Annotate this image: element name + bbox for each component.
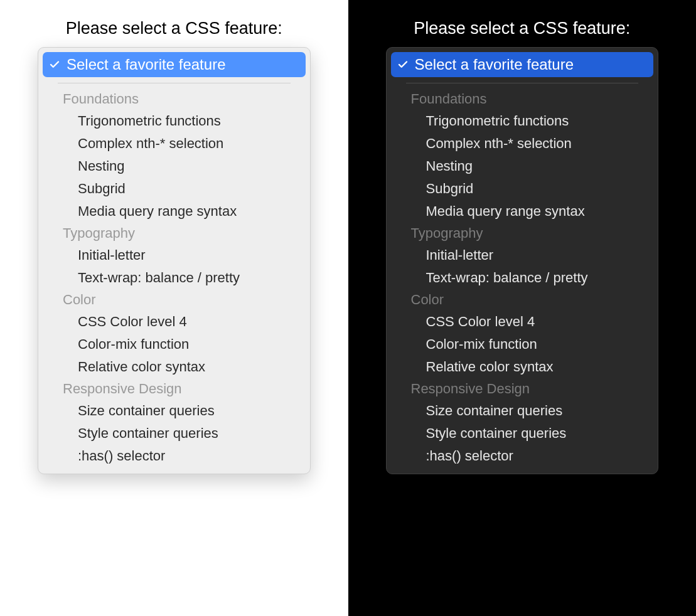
option-has-selector[interactable]: :has() selector (391, 445, 654, 467)
option-style-container-queries[interactable]: Style container queries (391, 422, 654, 445)
optgroup-foundations: Foundations (391, 88, 654, 110)
selected-option-row[interactable]: Select a favorite feature (43, 52, 306, 77)
option-nesting[interactable]: Nesting (391, 155, 654, 178)
option-css-color-level-4[interactable]: CSS Color level 4 (391, 311, 654, 333)
option-has-selector[interactable]: :has() selector (43, 445, 306, 467)
option-complex-nth-selection[interactable]: Complex nth-* selection (43, 132, 306, 155)
option-relative-color-syntax[interactable]: Relative color syntax (43, 356, 306, 378)
option-color-mix-function[interactable]: Color-mix function (43, 333, 306, 356)
divider (406, 83, 639, 83)
option-media-query-range-syntax[interactable]: Media query range syntax (43, 200, 306, 223)
option-initial-letter[interactable]: Initial-letter (43, 244, 306, 267)
option-color-mix-function[interactable]: Color-mix function (391, 333, 654, 356)
option-trigonometric-functions[interactable]: Trigonometric functions (391, 110, 654, 132)
prompt-label-dark: Please select a CSS feature: (386, 19, 659, 38)
check-icon (49, 59, 60, 70)
select-dropdown-light[interactable]: Select a favorite feature Foundations Tr… (38, 47, 311, 474)
optgroup-typography: Typography (43, 223, 306, 244)
selected-option-row[interactable]: Select a favorite feature (391, 52, 654, 77)
dark-mode-panel: Please select a CSS feature: Select a fa… (348, 0, 697, 616)
select-dropdown-dark[interactable]: Select a favorite feature Foundations Tr… (386, 47, 659, 474)
check-icon (397, 59, 409, 70)
selected-option-label: Select a favorite feature (67, 56, 225, 73)
optgroup-responsive-design: Responsive Design (391, 378, 654, 400)
option-subgrid[interactable]: Subgrid (43, 178, 306, 200)
light-mode-panel: Please select a CSS feature: Select a fa… (0, 0, 348, 616)
optgroup-responsive-design: Responsive Design (43, 378, 306, 400)
option-trigonometric-functions[interactable]: Trigonometric functions (43, 110, 306, 132)
option-media-query-range-syntax[interactable]: Media query range syntax (391, 200, 654, 223)
optgroup-typography: Typography (391, 223, 654, 244)
option-nesting[interactable]: Nesting (43, 155, 306, 178)
option-text-wrap-balance-pretty[interactable]: Text-wrap: balance / pretty (391, 267, 654, 289)
option-text-wrap-balance-pretty[interactable]: Text-wrap: balance / pretty (43, 267, 306, 289)
option-subgrid[interactable]: Subgrid (391, 178, 654, 200)
option-relative-color-syntax[interactable]: Relative color syntax (391, 356, 654, 378)
option-complex-nth-selection[interactable]: Complex nth-* selection (391, 132, 654, 155)
optgroup-color: Color (43, 289, 306, 311)
optgroup-color: Color (391, 289, 654, 311)
option-initial-letter[interactable]: Initial-letter (391, 244, 654, 267)
prompt-label-light: Please select a CSS feature: (38, 19, 311, 38)
option-css-color-level-4[interactable]: CSS Color level 4 (43, 311, 306, 333)
divider (58, 83, 291, 83)
option-size-container-queries[interactable]: Size container queries (43, 400, 306, 422)
option-style-container-queries[interactable]: Style container queries (43, 422, 306, 445)
optgroup-foundations: Foundations (43, 88, 306, 110)
selected-option-label: Select a favorite feature (415, 56, 574, 73)
option-size-container-queries[interactable]: Size container queries (391, 400, 654, 422)
